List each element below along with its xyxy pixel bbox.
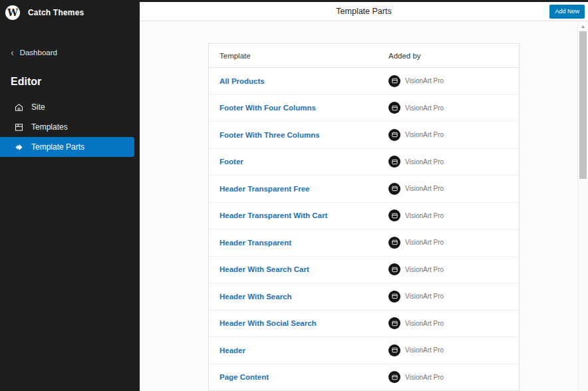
template-link[interactable]: Page Content <box>220 373 269 381</box>
added-by-name: VisionArt Pro <box>405 293 444 300</box>
added-by-name: VisionArt Pro <box>405 185 444 192</box>
sidebar-item-label: Templates <box>31 122 68 132</box>
table-row: Footer With Three Columns VisionArt Pro <box>209 122 519 149</box>
theme-icon <box>388 75 400 87</box>
sidebar-item-templates[interactable]: Templates <box>0 117 140 137</box>
column-header-added-by: Added by <box>388 52 519 60</box>
theme-icon <box>388 371 400 383</box>
added-by-name: VisionArt Pro <box>405 266 444 273</box>
template-link[interactable]: All Products <box>220 77 265 85</box>
sidebar-item-label: Site <box>31 102 45 112</box>
added-by-name: VisionArt Pro <box>405 320 444 327</box>
sidebar-nav: Site Templates Template Parts <box>0 97 140 157</box>
table-row: Header VisionArt Pro <box>209 337 519 364</box>
template-link[interactable]: Header With Social Search <box>220 319 317 327</box>
vertical-scrollbar[interactable]: ▲ <box>577 21 588 391</box>
template-link[interactable]: Footer With Three Columns <box>220 131 320 139</box>
theme-icon <box>388 317 400 329</box>
scroll-up-icon[interactable]: ▲ <box>578 21 588 31</box>
theme-icon <box>388 183 400 195</box>
template-link[interactable]: Header Transparent With Cart <box>220 211 327 219</box>
template-parts-table: Template Added by All Products VisionArt… <box>208 43 519 391</box>
column-header-template: Template <box>209 52 388 60</box>
theme-icon <box>388 102 400 114</box>
template-link[interactable]: Header Transparent Free <box>220 185 310 193</box>
table-row: Header With Search VisionArt Pro <box>209 283 519 311</box>
home-icon <box>13 102 25 113</box>
template-link[interactable]: Footer With Four Columns <box>220 104 316 112</box>
table-row: Footer VisionArt Pro <box>209 149 519 176</box>
editor-heading: Editor <box>0 63 140 97</box>
added-by-name: VisionArt Pro <box>405 104 444 112</box>
table-row: Header With Search Cart VisionArt Pro <box>209 257 519 284</box>
scrollbar-thumb[interactable] <box>579 31 587 179</box>
template-link[interactable]: Header <box>220 346 245 354</box>
table-body: All Products VisionArt Pro Footer With F… <box>209 68 519 391</box>
sidebar: W Catch Themes ‹ Dashboard Editor Site <box>0 0 140 391</box>
page-title: Template Parts <box>336 7 391 16</box>
sidebar-item-site[interactable]: Site <box>0 97 140 117</box>
dashboard-back-link[interactable]: ‹ Dashboard <box>0 43 140 63</box>
table-row: Header Transparent VisionArt Pro <box>209 229 519 257</box>
theme-icon <box>388 291 400 303</box>
template-link[interactable]: Header With Search Cart <box>220 265 309 273</box>
template-link[interactable]: Footer <box>220 158 243 166</box>
table-row: Footer With Four Columns VisionArt Pro <box>209 95 519 122</box>
theme-icon <box>388 344 400 356</box>
added-by-name: VisionArt Pro <box>405 374 444 381</box>
table-header-row: Template Added by <box>209 44 519 68</box>
site-name: Catch Themes <box>28 8 84 17</box>
table-row: Header Transparent Free VisionArt Pro <box>209 176 519 203</box>
theme-icon <box>388 129 400 141</box>
added-by-name: VisionArt Pro <box>405 212 444 219</box>
chevron-left-icon: ‹ <box>11 48 13 57</box>
sidebar-item-label: Template Parts <box>31 142 84 152</box>
dashboard-back-label: Dashboard <box>20 49 57 57</box>
added-by-name: VisionArt Pro <box>405 77 444 84</box>
table-row: Page Content VisionArt Pro <box>209 364 519 391</box>
add-new-button[interactable]: Add New <box>549 5 585 19</box>
table-row: All Products VisionArt Pro <box>209 68 519 95</box>
table-row: Header Transparent With Cart VisionArt P… <box>209 203 519 230</box>
template-link[interactable]: Header Transparent <box>220 239 291 247</box>
theme-icon <box>388 209 400 221</box>
added-by-name: VisionArt Pro <box>405 131 444 138</box>
added-by-name: VisionArt Pro <box>405 346 444 354</box>
added-by-name: VisionArt Pro <box>405 239 444 246</box>
symbol-icon <box>13 142 25 153</box>
main-content: Template Parts Add New Template Added by… <box>140 0 588 391</box>
wordpress-logo-icon[interactable]: W <box>5 5 20 20</box>
added-by-name: VisionArt Pro <box>405 158 444 166</box>
theme-icon <box>388 263 400 275</box>
page-header: Template Parts Add New <box>140 2 588 21</box>
theme-icon <box>388 237 400 249</box>
sidebar-header: W Catch Themes <box>0 0 140 24</box>
sidebar-item-template-parts[interactable]: Template Parts <box>0 137 134 157</box>
theme-icon <box>388 156 400 168</box>
table-row: Header With Social Search VisionArt Pro <box>209 311 519 338</box>
layout-icon <box>13 122 25 133</box>
template-link[interactable]: Header With Search <box>220 293 292 301</box>
